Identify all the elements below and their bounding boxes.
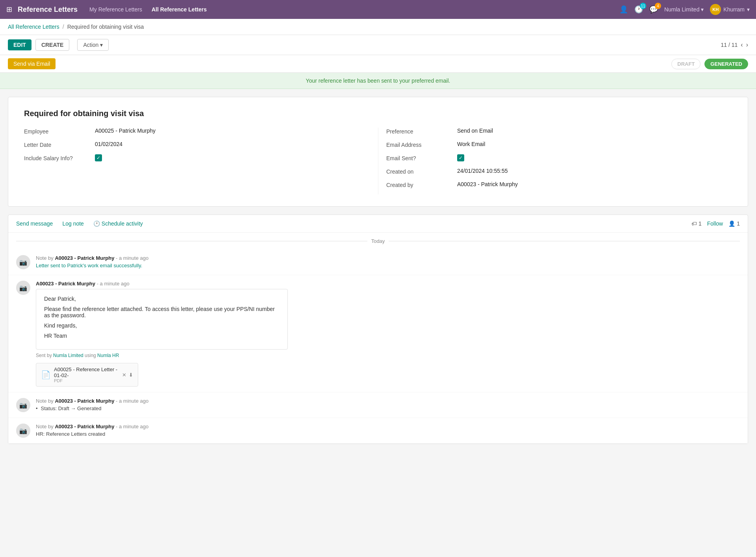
user-icon-btn[interactable]: 👤 — [619, 5, 628, 14]
follower-count[interactable]: 👤 1 — [728, 220, 740, 227]
breadcrumb-current: Required for obtaining visit visa — [67, 24, 144, 30]
nav-links: My Reference Letters All Reference Lette… — [89, 6, 619, 13]
form-section-left: Employee A00025 - Patrick Murphy Letter … — [24, 128, 378, 194]
sent-by-company-link[interactable]: Numla Limited — [53, 353, 83, 358]
value-email-address: Work Email — [457, 141, 732, 147]
action-button[interactable]: Action ▾ — [77, 39, 109, 51]
company-name[interactable]: Numla Limited ▾ — [664, 6, 704, 13]
email-line-0: Dear Patrick, — [44, 296, 280, 302]
form-section-right: Preference Send on Email Email Address W… — [378, 128, 732, 194]
pagination-next[interactable]: › — [746, 41, 748, 48]
value-letter-date: 01/02/2024 — [95, 141, 362, 147]
schedule-activity-action[interactable]: 🕐 Schedule activity — [93, 220, 143, 227]
message-1: 📷 Note by A00023 - Patrick Murphy - a mi… — [8, 250, 748, 275]
label-created-by: Created by — [386, 181, 457, 188]
follow-button[interactable]: Follow — [707, 220, 723, 227]
attachment-ext: PDF — [54, 378, 119, 383]
form-row-created-by: Created by A00023 - Patrick Murphy — [386, 181, 732, 188]
chat-icon-btn[interactable]: 💬 4 — [649, 5, 658, 14]
chatter-right: 🏷 1 Follow 👤 1 — [691, 220, 740, 227]
form-card: Required for obtaining visit visa Employ… — [8, 97, 748, 207]
email-bubble: Dear Patrick, Please find the reference … — [36, 289, 288, 350]
checkbox-email-sent[interactable]: ✓ — [457, 154, 464, 161]
date-divider: Today — [8, 233, 748, 250]
message-header-3: Note by A00023 - Patrick Murphy - a minu… — [36, 398, 740, 404]
create-button[interactable]: CREATE — [35, 39, 70, 51]
pagination: 11 / 11 ‹ › — [721, 41, 748, 48]
clock-icon: 🕐 — [93, 220, 100, 227]
edit-button[interactable]: EDIT — [8, 39, 32, 50]
log-note-action[interactable]: Log note — [62, 220, 84, 227]
value-employee: A00025 - Patrick Murphy — [95, 128, 362, 134]
email-line-2: Kind regards, — [44, 322, 280, 329]
label-preference: Preference — [386, 128, 457, 135]
message-3: 📷 Note by A00023 - Patrick Murphy - a mi… — [8, 392, 748, 418]
form-row-preference: Preference Send on Email — [386, 128, 732, 135]
breadcrumb-separator: / — [63, 24, 64, 30]
attachment-name: A00025 - Reference Letter - 01-02- — [54, 366, 119, 378]
top-nav: ⊞ Reference Letters My Reference Letters… — [0, 0, 756, 19]
pdf-icon: 📄 — [41, 370, 51, 379]
checkbox-salary-info[interactable]: ✓ — [95, 154, 102, 161]
status-generated[interactable]: GENERATED — [704, 59, 748, 69]
bullet-item-3: Status: Draft → Generated — [36, 405, 740, 411]
send-message-action[interactable]: Send message — [16, 220, 53, 227]
form-grid: Employee A00025 - Patrick Murphy Letter … — [24, 128, 732, 194]
user-menu[interactable]: KH Khurram ▾ — [710, 4, 750, 15]
user-avatar: KH — [710, 4, 721, 15]
message-text-4: HR: Reference Letters created — [36, 431, 740, 437]
status-draft[interactable]: DRAFT — [671, 59, 700, 69]
app-title: Reference Letters — [18, 6, 78, 14]
nav-my-reference-letters[interactable]: My Reference Letters — [89, 6, 142, 13]
nav-all-reference-letters[interactable]: All Reference Letters — [152, 6, 207, 13]
form-row-employee: Employee A00025 - Patrick Murphy — [24, 128, 362, 135]
attachment: 📄 A00025 - Reference Letter - 01-02- PDF… — [36, 363, 138, 387]
label-salary-info: Include Salary Info? — [24, 154, 95, 161]
form-title: Required for obtaining visit visa — [24, 109, 732, 118]
pagination-prev[interactable]: ‹ — [741, 41, 743, 48]
email-line-3: HR Team — [44, 333, 280, 339]
label-employee: Employee — [24, 128, 95, 135]
avatar-2: 📷 — [16, 281, 30, 295]
avatar-3: 📷 — [16, 398, 30, 412]
message-4: 📷 Note by A00023 - Patrick Murphy - a mi… — [8, 418, 748, 444]
clock-badge: 11 — [640, 3, 646, 9]
form-row-letter-date: Letter Date 01/02/2024 — [24, 141, 362, 148]
attachment-close[interactable]: ✕ — [122, 372, 126, 378]
value-created-on: 24/01/2024 10:55:55 — [457, 168, 732, 174]
label-created-on: Created on — [386, 168, 457, 175]
breadcrumb-parent[interactable]: All Reference Letters — [8, 24, 59, 30]
form-row-created-on: Created on 24/01/2024 10:55:55 — [386, 168, 732, 175]
message-header-2: A00023 - Patrick Murphy - a minute ago — [36, 281, 740, 287]
message-header-4: Note by A00023 - Patrick Murphy - a minu… — [36, 424, 740, 429]
message-body-2: A00023 - Patrick Murphy - a minute ago D… — [36, 281, 740, 387]
form-row-salary-info: Include Salary Info? ✓ — [24, 154, 362, 161]
message-2: 📷 A00023 - Patrick Murphy - a minute ago… — [8, 275, 748, 392]
note-text-1: Letter sent to Patrick's work email succ… — [36, 263, 740, 268]
avatar-1: 📷 — [16, 255, 30, 269]
label-letter-date: Letter Date — [24, 141, 95, 148]
success-banner: Your reference letter has been sent to y… — [0, 73, 756, 89]
message-header-1: Note by A00023 - Patrick Murphy - a minu… — [36, 255, 740, 261]
form-row-email-address: Email Address Work Email — [386, 141, 732, 148]
value-created-by: A00023 - Patrick Murphy — [457, 181, 732, 187]
clock-icon-btn[interactable]: 🕐 11 — [634, 5, 643, 14]
right-items: 👤 🕐 11 💬 4 Numla Limited ▾ KH Khurram ▾ — [619, 4, 750, 15]
grid-icon[interactable]: ⊞ — [6, 5, 12, 14]
attachment-download[interactable]: ⬇ — [129, 372, 133, 378]
avatar-4: 📷 — [16, 424, 30, 438]
attachment-actions: ✕ ⬇ — [122, 372, 133, 378]
chat-badge: 4 — [655, 3, 661, 9]
main-content: Required for obtaining visit visa Employ… — [0, 89, 756, 452]
status-bar: Send via Email DRAFT GENERATED — [0, 55, 756, 73]
sent-by: Sent by Numla Limited using Numla HR — [36, 353, 740, 358]
send-via-email-button[interactable]: Send via Email — [8, 58, 56, 69]
message-body-4: Note by A00023 - Patrick Murphy - a minu… — [36, 424, 740, 438]
sent-by-product-link[interactable]: Numla HR — [97, 353, 119, 358]
tag-count[interactable]: 🏷 1 — [691, 220, 702, 227]
message-body-3: Note by A00023 - Patrick Murphy - a minu… — [36, 398, 740, 412]
label-email-sent: Email Sent? — [386, 154, 457, 161]
label-email-address: Email Address — [386, 141, 457, 148]
chatter: Send message Log note 🕐 Schedule activit… — [8, 215, 748, 444]
breadcrumb: All Reference Letters / Required for obt… — [0, 19, 756, 35]
